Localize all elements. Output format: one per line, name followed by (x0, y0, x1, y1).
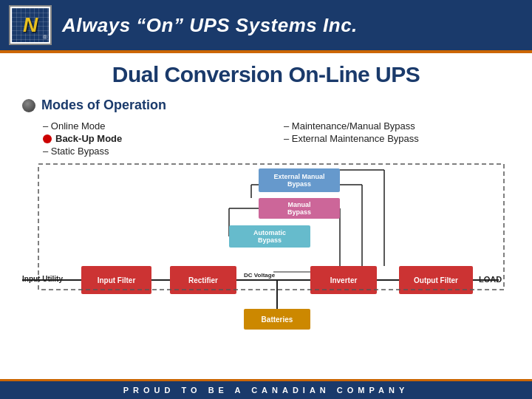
inverter-box: Inverter (310, 266, 377, 294)
diagram-area: External ManualBypass ManualBypass Autom… (22, 163, 510, 332)
input-utility-label: Input Utility (22, 275, 63, 283)
auto-bypass-box: AutomaticBypass (229, 225, 310, 248)
backup-bullet (43, 134, 52, 143)
modes-title: Modes of Operation (41, 98, 166, 113)
logo-box: N ® (9, 5, 52, 45)
footer: PROUD TO BE A CANADIAN COMPANY (0, 381, 532, 399)
ext-manual-bypass-box: External ManualBypass (259, 168, 340, 192)
mode-backup-label: Back-Up Mode (55, 133, 122, 144)
logo-letter: N (23, 13, 38, 37)
mode-online-label: – Online Mode (43, 120, 106, 132)
input-filter-box: Input Filter (81, 266, 151, 294)
main-content: Dual Conversion On-Line UPS Modes of Ope… (0, 53, 532, 338)
footer-text: PROUD TO BE A CANADIAN COMPANY (123, 386, 409, 395)
company-name: Always “On” UPS Systems Inc. (62, 14, 358, 37)
batteries-box: Batteries (244, 309, 310, 330)
mode-external-label: – External Maintenance Bypass (284, 133, 419, 144)
mode-maintenance-label: – Maintenance/Manual Bypass (284, 120, 415, 132)
mode-static-label: – Static Bypass (43, 146, 109, 157)
header: N ® Always “On” UPS Systems Inc. (0, 0, 532, 50)
load-label: LOAD (479, 275, 502, 284)
rectifier-box: Rectifier (170, 266, 236, 294)
manual-bypass-box: ManualBypass (259, 198, 340, 219)
modes-list: – Online Mode – Maintenance/Manual Bypas… (43, 120, 510, 157)
logo-reg: ® (43, 34, 47, 41)
logo-inner: N ® (12, 8, 49, 42)
mode-maintenance: – Maintenance/Manual Bypass (284, 120, 510, 132)
output-filter-box: Output Filter (399, 266, 473, 294)
mode-backup: Back-Up Mode (43, 133, 269, 144)
modes-section: Modes of Operation (22, 98, 510, 113)
mode-online: – Online Mode (43, 120, 269, 132)
dc-voltage-label: DC Voltage (244, 272, 275, 279)
mode-static: – Static Bypass (43, 146, 269, 157)
mode-external: – External Maintenance Bypass (284, 133, 510, 144)
section-bullet (22, 99, 35, 112)
slide-title: Dual Conversion On-Line UPS (22, 62, 510, 87)
